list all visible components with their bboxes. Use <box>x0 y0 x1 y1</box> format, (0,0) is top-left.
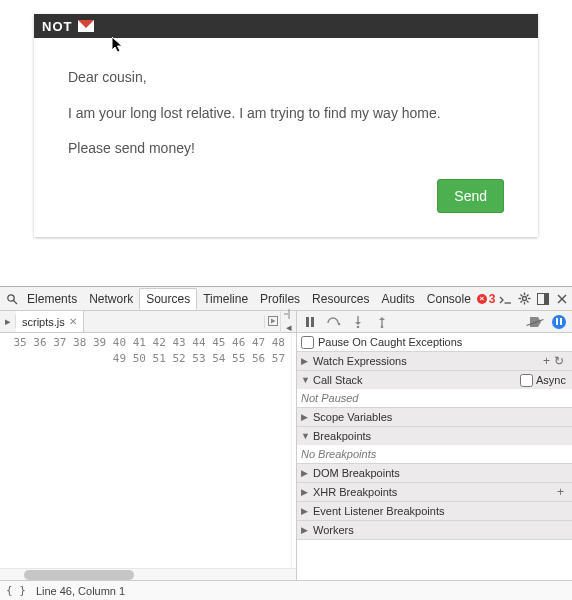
tab-timeline[interactable]: Timeline <box>197 289 254 309</box>
panel-workers[interactable]: ▶ Workers <box>297 521 572 539</box>
debugger-sidebar: Pause On Caught Exceptions ▶ Watch Expre… <box>297 311 572 580</box>
horizontal-scrollbar[interactable] <box>0 568 296 580</box>
add-xhr-bp-icon[interactable]: + <box>555 485 566 499</box>
svg-line-1 <box>13 300 17 304</box>
panel-breakpoints-label: Breakpoints <box>313 430 371 442</box>
svg-point-3 <box>522 297 526 301</box>
svg-line-10 <box>526 295 528 297</box>
refresh-watch-icon[interactable]: ↻ <box>552 354 566 368</box>
chevron-right-icon: ▶ <box>301 525 311 535</box>
pause-on-caught-row: Pause On Caught Exceptions <box>297 333 572 351</box>
code-content[interactable]: function postOnSuccess(data) { // the po… <box>292 333 296 568</box>
navigator-toggle-icon[interactable]: ▸ <box>0 315 16 328</box>
pause-on-caught-label: Pause On Caught Exceptions <box>318 336 462 348</box>
tab-console[interactable]: Console <box>421 289 477 309</box>
svg-marker-24 <box>355 322 361 325</box>
svg-point-0 <box>7 294 13 300</box>
tab-profiles[interactable]: Profiles <box>254 289 306 309</box>
error-count-value: 3 <box>489 292 496 306</box>
file-tab-bar: ▸ scripts.js ✕ ◂ <box>0 311 296 333</box>
tab-sources[interactable]: Sources <box>139 288 197 310</box>
tab-audits[interactable]: Audits <box>375 289 420 309</box>
scrollbar-thumb[interactable] <box>24 570 134 580</box>
async-checkbox[interactable] <box>520 374 533 387</box>
devtools-panel: Elements Network Sources Timeline Profil… <box>0 286 572 600</box>
line-gutter: 35 36 37 38 39 40 41 42 43 44 45 46 47 4… <box>0 333 292 568</box>
close-icon[interactable] <box>553 289 572 309</box>
async-label: Async <box>536 374 566 386</box>
app-title: NOT <box>42 19 72 34</box>
panel-evt-bp-label: Event Listener Breakpoints <box>313 505 444 517</box>
pause-icon[interactable] <box>303 315 317 329</box>
step-over-icon[interactable] <box>327 315 341 329</box>
deactivate-breakpoints-icon[interactable] <box>528 315 542 329</box>
pause-on-caught-checkbox[interactable] <box>301 336 314 349</box>
gear-icon[interactable] <box>515 289 534 309</box>
run-snippet-icon[interactable] <box>264 316 280 328</box>
pretty-print-icon[interactable]: { } <box>6 584 26 597</box>
email-line-1: Dear cousin, <box>68 68 504 88</box>
sources-code-panel: ▸ scripts.js ✕ ◂ 35 36 37 38 39 40 41 42… <box>0 311 297 580</box>
debugger-toolbar <box>297 311 572 333</box>
svg-rect-13 <box>544 293 549 304</box>
show-drawer-icon[interactable] <box>496 289 515 309</box>
cursor-position: Line 46, Column 1 <box>36 585 125 597</box>
chevron-right-icon: ▶ <box>301 487 311 497</box>
panel-event-listener-breakpoints[interactable]: ▶ Event Listener Breakpoints <box>297 502 572 520</box>
panel-dom-bp-label: DOM Breakpoints <box>313 467 400 479</box>
svg-marker-17 <box>271 318 276 323</box>
file-tab-label: scripts.js <box>22 316 65 328</box>
chevron-right-icon: ▶ <box>301 468 311 478</box>
app-title-bar: NOT <box>34 14 538 38</box>
chevron-right-icon: ▶ <box>301 356 311 366</box>
step-out-icon[interactable] <box>375 315 389 329</box>
error-icon: × <box>477 294 487 304</box>
chevron-down-icon: ▼ <box>301 431 311 441</box>
panel-breakpoints[interactable]: ▼ Breakpoints <box>297 427 572 445</box>
breakpoints-status: No Breakpoints <box>297 445 572 463</box>
svg-rect-20 <box>306 317 309 327</box>
chevron-down-icon: ▼ <box>301 375 311 385</box>
tab-elements[interactable]: Elements <box>21 289 83 309</box>
send-button[interactable]: Send <box>437 179 504 213</box>
email-line-3: Please send money! <box>68 139 504 159</box>
panel-watch-expressions[interactable]: ▶ Watch Expressions + ↻ <box>297 352 572 370</box>
pause-on-exceptions-icon[interactable] <box>552 315 566 329</box>
panel-dom-breakpoints[interactable]: ▶ DOM Breakpoints <box>297 464 572 482</box>
call-stack-status: Not Paused <box>297 389 572 407</box>
panel-call-stack[interactable]: ▼ Call Stack Async <box>297 371 572 389</box>
file-tab[interactable]: scripts.js ✕ <box>16 311 84 332</box>
chevron-right-icon: ▶ <box>301 506 311 516</box>
svg-marker-27 <box>379 317 385 320</box>
svg-rect-21 <box>311 317 314 327</box>
dock-icon[interactable] <box>534 289 553 309</box>
devtools-status-bar: { } Line 46, Column 1 <box>0 580 572 600</box>
svg-point-25 <box>357 325 360 327</box>
tab-resources[interactable]: Resources <box>306 289 375 309</box>
debugger-toggle-icon[interactable]: ◂ <box>280 309 296 334</box>
search-icon[interactable] <box>2 289 21 309</box>
panel-xhr-bp-label: XHR Breakpoints <box>313 486 397 498</box>
svg-point-28 <box>381 325 384 327</box>
svg-line-8 <box>520 295 522 297</box>
file-tab-close-icon[interactable]: ✕ <box>69 316 77 327</box>
add-watch-icon[interactable]: + <box>541 354 552 368</box>
code-editor[interactable]: 35 36 37 38 39 40 41 42 43 44 45 46 47 4… <box>0 333 296 568</box>
svg-line-11 <box>520 301 522 303</box>
step-into-icon[interactable] <box>351 315 365 329</box>
svg-point-22 <box>338 322 341 325</box>
gmail-icon <box>78 20 94 32</box>
panel-scope-variables[interactable]: ▶ Scope Variables <box>297 408 572 426</box>
panel-xhr-breakpoints[interactable]: ▶ XHR Breakpoints + <box>297 483 572 501</box>
error-count-badge[interactable]: × 3 <box>477 292 496 306</box>
panel-workers-label: Workers <box>313 524 354 536</box>
email-line-2: I am your long lost relative. I am tryin… <box>68 104 504 124</box>
email-body: Dear cousin, I am your long lost relativ… <box>34 38 538 237</box>
panel-watch-label: Watch Expressions <box>313 355 407 367</box>
email-app: NOT Dear cousin, I am your long lost rel… <box>34 14 538 237</box>
svg-line-9 <box>526 301 528 303</box>
chevron-right-icon: ▶ <box>301 412 311 422</box>
panel-scope-label: Scope Variables <box>313 411 392 423</box>
panel-call-stack-label: Call Stack <box>313 374 363 386</box>
tab-network[interactable]: Network <box>83 289 139 309</box>
